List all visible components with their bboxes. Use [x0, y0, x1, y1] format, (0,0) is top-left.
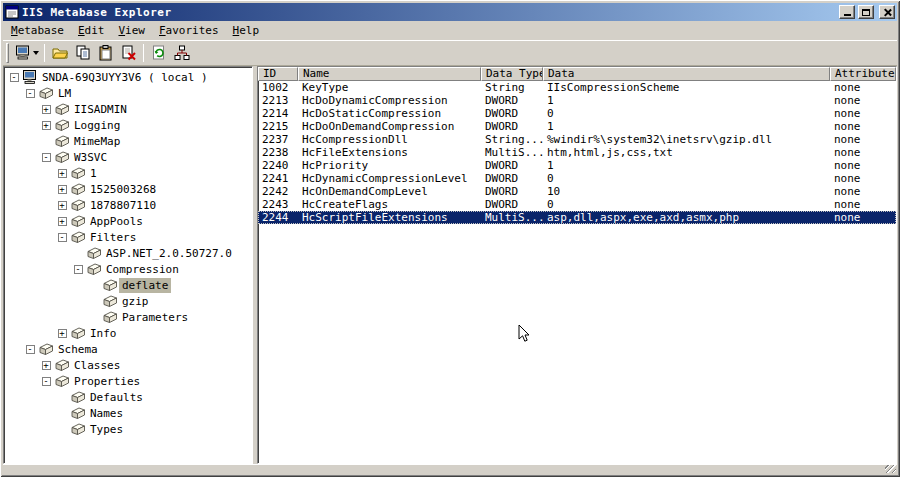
toolbar-grip[interactable]	[6, 43, 9, 63]
tree-item-mimemap[interactable]: MimeMap	[6, 133, 252, 149]
tree-item-label: 1525003268	[87, 182, 159, 197]
tree-item-label: Compression	[103, 262, 182, 277]
cell-id: 2242	[258, 185, 298, 198]
copy-button[interactable]	[71, 42, 94, 64]
paste-button[interactable]	[94, 42, 117, 64]
properties-list: IDNameData TypeDataAttributes 1002KeyTyp…	[257, 66, 897, 464]
expand-icon[interactable]: +	[58, 201, 67, 210]
metabase-node-icon	[102, 278, 119, 292]
table-row[interactable]: 2238HcFileExtensionsMultiS...htm,html,js…	[258, 146, 896, 159]
cell-attributes: none	[830, 94, 896, 107]
expand-icon[interactable]: +	[42, 361, 51, 370]
mouse-cursor	[518, 324, 530, 343]
table-row[interactable]: 2244HcScriptFileExtensionsMultiS...asp,d…	[258, 211, 896, 224]
cell-data-type: String	[481, 81, 543, 94]
tree-item-types[interactable]: Types	[6, 421, 252, 437]
metabase-node-icon	[70, 214, 87, 228]
table-row[interactable]: 2215HcDoOnDemandCompressionDWORD1none	[258, 120, 896, 133]
tree-item-info[interactable]: +Info	[6, 325, 252, 341]
column-header-data-type[interactable]: Data Type	[481, 67, 543, 81]
tree-item-gzip[interactable]: gzip	[6, 293, 252, 309]
minimize-icon	[844, 8, 851, 16]
tree-item-deflate[interactable]: deflate	[6, 277, 252, 293]
collapse-icon[interactable]: -	[42, 153, 51, 162]
menu-help[interactable]: Help	[226, 22, 267, 40]
tree-item-1878807110[interactable]: +1878807110	[6, 197, 252, 213]
resize-grip[interactable]	[885, 465, 896, 473]
cell-data: htm,html,js,css,txt	[543, 146, 830, 159]
tree-item-logging[interactable]: +Logging	[6, 117, 252, 133]
table-row[interactable]: 1002KeyTypeStringIIsCompressionSchemenon…	[258, 81, 896, 94]
collapse-icon[interactable]: -	[42, 377, 51, 386]
column-header-data[interactable]: Data	[543, 67, 830, 81]
collapse-icon[interactable]: -	[26, 89, 35, 98]
table-row[interactable]: 2240HcPriorityDWORD1none	[258, 159, 896, 172]
tree-item-1525003268[interactable]: +1525003268	[6, 181, 252, 197]
table-row[interactable]: 2237HcCompressionDllString...%windir%\sy…	[258, 133, 896, 146]
expand-icon[interactable]: +	[58, 169, 67, 178]
tree-item-classes[interactable]: +Classes	[6, 357, 252, 373]
menu-edit[interactable]: Edit	[71, 22, 112, 40]
toolbar-separator	[44, 44, 45, 62]
menu-favorites[interactable]: Favorites	[152, 22, 226, 40]
column-header-id[interactable]: ID	[258, 67, 298, 81]
tree-item-schema[interactable]: -Schema	[6, 341, 252, 357]
cell-data: %windir%\system32\inetsrv\gzip.dll	[543, 133, 830, 146]
cell-id: 2214	[258, 107, 298, 120]
tree-item-snda-69q3uyy3v6-local[interactable]: -SNDA-69Q3UYY3V6 ( local )	[6, 69, 252, 85]
cell-name: HcPriority	[298, 159, 481, 172]
tree-item-w3svc[interactable]: -W3SVC	[6, 149, 252, 165]
tree-item-iisadmin[interactable]: +IISADMIN	[6, 101, 252, 117]
cell-name: HcDoStaticCompression	[298, 107, 481, 120]
column-header-name[interactable]: Name	[298, 67, 481, 81]
menu-view[interactable]: View	[111, 22, 152, 40]
open-folder-button[interactable]	[48, 42, 71, 64]
tree-item-label: Classes	[71, 358, 123, 373]
metabase-node-icon	[38, 342, 55, 356]
collapse-icon[interactable]: -	[74, 265, 83, 274]
tree-item-defaults[interactable]: Defaults	[6, 389, 252, 405]
maximize-button[interactable]	[858, 5, 874, 19]
tree-item-apppools[interactable]: +AppPools	[6, 213, 252, 229]
minimize-button[interactable]	[839, 5, 855, 19]
tree-item-lm[interactable]: -LM	[6, 85, 252, 101]
cell-id: 2244	[258, 211, 298, 224]
expand-icon[interactable]: +	[42, 105, 51, 114]
tree-item-label: SNDA-69Q3UYY3V6 ( local )	[39, 70, 211, 85]
tree-item-parameters[interactable]: Parameters	[6, 309, 252, 325]
collapse-icon[interactable]: -	[58, 233, 67, 242]
delete-button[interactable]	[117, 42, 140, 64]
tree-item-1[interactable]: +1	[6, 165, 252, 181]
title-bar[interactable]: IIS Metabase Explorer	[3, 3, 897, 21]
expand-icon[interactable]: +	[42, 121, 51, 130]
paste-icon	[98, 45, 114, 61]
tree-item-properties[interactable]: -Properties	[6, 373, 252, 389]
tree-item-names[interactable]: Names	[6, 405, 252, 421]
table-row[interactable]: 2242HcOnDemandCompLevelDWORD10none	[258, 185, 896, 198]
metabase-node-icon	[54, 118, 71, 132]
cell-name: HcScriptFileExtensions	[298, 211, 481, 224]
tree-item-asp-net-2-0-50727-0[interactable]: ASP.NET_2.0.50727.0	[6, 245, 252, 261]
expand-icon[interactable]: +	[58, 185, 67, 194]
cell-data: IIsCompressionScheme	[543, 81, 830, 94]
list-header: IDNameData TypeDataAttributes	[258, 67, 896, 81]
collapse-icon[interactable]: -	[10, 73, 19, 82]
table-row[interactable]: 2241HcDynamicCompressionLevelDWORD0none	[258, 172, 896, 185]
table-row[interactable]: 2243HcCreateFlagsDWORD0none	[258, 198, 896, 211]
refresh-button[interactable]	[147, 42, 170, 64]
expand-icon[interactable]: +	[58, 329, 67, 338]
close-button[interactable]	[879, 5, 895, 19]
connect-computer-button[interactable]	[13, 42, 41, 64]
tree-item-label: Types	[87, 422, 126, 437]
network-button[interactable]	[170, 42, 193, 64]
tree-item-compression[interactable]: -Compression	[6, 261, 252, 277]
expand-icon[interactable]: +	[58, 217, 67, 226]
table-row[interactable]: 2213HcDoDynamicCompressionDWORD1none	[258, 94, 896, 107]
column-header-attributes[interactable]: Attributes	[830, 67, 896, 81]
metabase-node-icon	[70, 166, 87, 180]
table-row[interactable]: 2214HcDoStaticCompressionDWORD0none	[258, 107, 896, 120]
tree-item-filters[interactable]: -Filters	[6, 229, 252, 245]
menu-metabase[interactable]: Metabase	[4, 22, 71, 40]
cell-id: 2240	[258, 159, 298, 172]
collapse-icon[interactable]: -	[26, 345, 35, 354]
